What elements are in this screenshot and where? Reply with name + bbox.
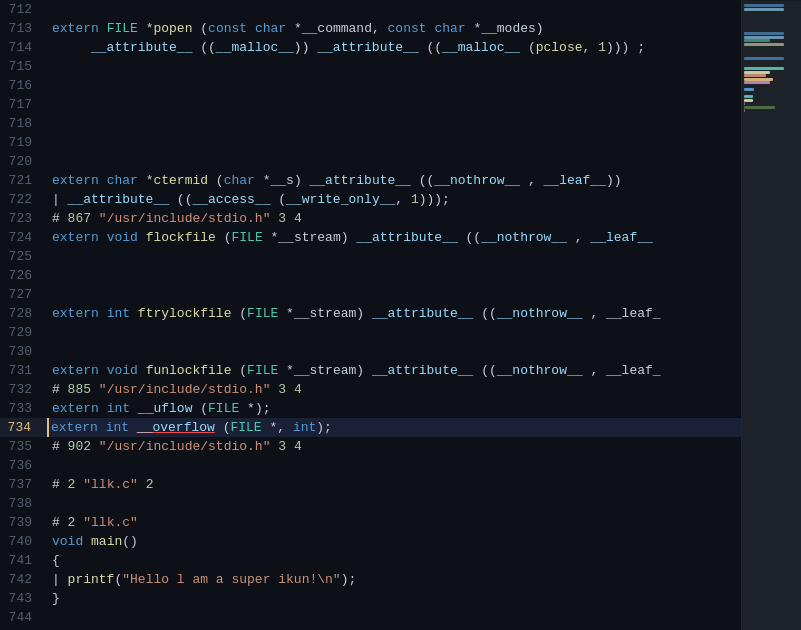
line-number: 735 [0,437,48,456]
code-content: # 867 "/usr/include/stdio.h" 3 4 [48,209,741,228]
code-content [48,266,741,285]
table-row: 739# 2 "llk.c" [0,513,741,532]
table-row: 740void main() [0,532,741,551]
minimap [741,0,801,630]
line-number: 713 [0,19,48,38]
code-content [48,608,741,627]
table-row: 714 __attribute__ ((__malloc__)) __attri… [0,38,741,57]
code-content [48,95,741,114]
line-number: 729 [0,323,48,342]
code-content [48,494,741,513]
code-content [48,114,741,133]
table-row: 744 [0,608,741,627]
table-row: 712 [0,0,741,19]
table-row: 729 [0,323,741,342]
line-number: 740 [0,532,48,551]
table-row: 728extern int ftrylockfile (FILE *__stre… [0,304,741,323]
line-number: 728 [0,304,48,323]
code-content: { [48,551,741,570]
code-content: } [48,589,741,608]
table-row: 742| printf("Hello l am a super ikun!\n"… [0,570,741,589]
code-content: __attribute__ ((__malloc__)) __attribute… [48,38,741,57]
line-number: 734 [0,418,48,437]
code-content [48,342,741,361]
line-number: 742 [0,570,48,589]
code-editor[interactable]: 712 713extern FILE *popen (const char *_… [0,0,741,630]
code-content: extern int __overflow (FILE *, int); [48,418,741,437]
line-number: 714 [0,38,48,57]
line-number: 723 [0,209,48,228]
code-content [48,285,741,304]
table-row: 723# 867 "/usr/include/stdio.h" 3 4 [0,209,741,228]
code-content: extern void flockfile (FILE *__stream) _… [48,228,741,247]
table-row: 716 [0,76,741,95]
table-row: 730 [0,342,741,361]
table-row: 736 [0,456,741,475]
table-row: 719 [0,133,741,152]
code-content [48,0,741,19]
table-row: 738 [0,494,741,513]
line-number: 724 [0,228,48,247]
code-content: # 885 "/usr/include/stdio.h" 3 4 [48,380,741,399]
table-row: 726 [0,266,741,285]
table-row: 717 [0,95,741,114]
code-content [48,152,741,171]
code-content: extern void funlockfile (FILE *__stream)… [48,361,741,380]
table-row: 743} [0,589,741,608]
line-number: 725 [0,247,48,266]
table-row: 737# 2 "llk.c" 2 [0,475,741,494]
line-number: 721 [0,171,48,190]
line-number: 741 [0,551,48,570]
table-row: 733extern int __uflow (FILE *); [0,399,741,418]
line-number: 720 [0,152,48,171]
line-number: 739 [0,513,48,532]
table-row: 734extern int __overflow (FILE *, int); [0,418,741,437]
line-number: 738 [0,494,48,513]
code-content [48,323,741,342]
table-row: 741{ [0,551,741,570]
table-row: 722| __attribute__ ((__access__ (__write… [0,190,741,209]
code-content: extern FILE *popen (const char *__comman… [48,19,741,38]
line-number: 712 [0,0,48,19]
line-number: 717 [0,95,48,114]
line-number: 726 [0,266,48,285]
code-content: | __attribute__ ((__access__ (__write_on… [48,190,741,209]
table-row: 727 [0,285,741,304]
code-content: # 902 "/usr/include/stdio.h" 3 4 [48,437,741,456]
line-number: 737 [0,475,48,494]
minimap-content [742,1,801,631]
line-number: 722 [0,190,48,209]
line-number: 743 [0,589,48,608]
table-row: 721extern char *ctermid (char *__s) __at… [0,171,741,190]
table-row: 713extern FILE *popen (const char *__com… [0,19,741,38]
code-content: extern char *ctermid (char *__s) __attri… [48,171,741,190]
code-content: void main() [48,532,741,551]
table-row: 725 [0,247,741,266]
line-number: 736 [0,456,48,475]
line-number: 719 [0,133,48,152]
table-row: 715 [0,57,741,76]
line-number: 730 [0,342,48,361]
code-content: extern int __uflow (FILE *); [48,399,741,418]
line-number: 718 [0,114,48,133]
line-number: 733 [0,399,48,418]
code-content [48,133,741,152]
line-number: 731 [0,361,48,380]
code-content: extern int ftrylockfile (FILE *__stream)… [48,304,741,323]
line-number: 732 [0,380,48,399]
code-content: # 2 "llk.c" [48,513,741,532]
table-row: 718 [0,114,741,133]
code-table: 712 713extern FILE *popen (const char *_… [0,0,741,627]
line-number: 727 [0,285,48,304]
code-content [48,247,741,266]
table-row: 735# 902 "/usr/include/stdio.h" 3 4 [0,437,741,456]
line-number: 716 [0,76,48,95]
code-content: # 2 "llk.c" 2 [48,475,741,494]
code-content: | printf("Hello l am a super ikun!\n"); [48,570,741,589]
minimap-viewport [742,1,801,631]
line-number: 744 [0,608,48,627]
line-number: 715 [0,57,48,76]
code-content [48,76,741,95]
code-content [48,456,741,475]
code-content [48,57,741,76]
